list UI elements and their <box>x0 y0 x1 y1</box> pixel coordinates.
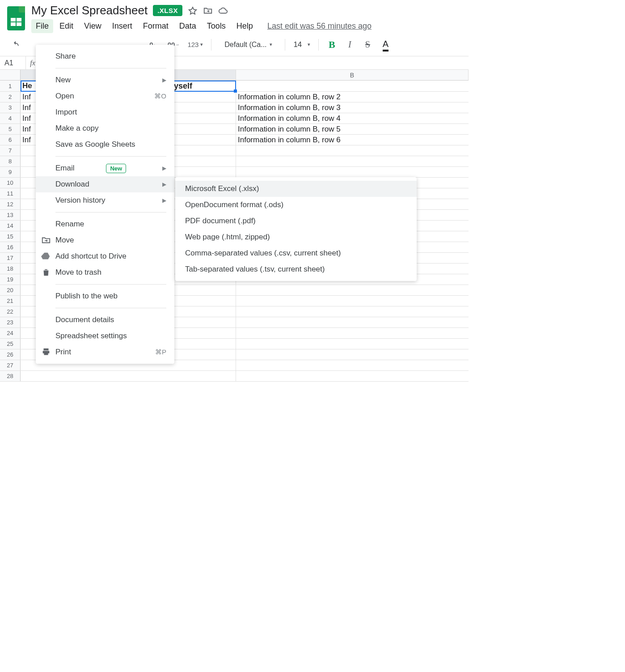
row-header[interactable]: 14 <box>0 221 21 231</box>
row-header[interactable]: 26 <box>0 349 21 360</box>
download-ods[interactable]: OpenDocument format (.ods) <box>175 197 417 213</box>
menu-separator <box>55 308 166 308</box>
file-download[interactable]: Download▶ <box>36 176 174 192</box>
file-print[interactable]: Print⌘P <box>36 344 174 360</box>
row-header[interactable]: 15 <box>0 231 21 242</box>
row-header[interactable]: 5 <box>0 124 21 134</box>
row-header[interactable]: 28 <box>0 371 21 381</box>
italic-button[interactable]: I <box>342 37 357 52</box>
column-header-b[interactable]: B <box>236 70 469 80</box>
font-selector[interactable]: Default (Ca...▾ <box>217 37 279 52</box>
row-header[interactable]: 8 <box>0 156 21 166</box>
file-new[interactable]: New▶ <box>36 72 174 88</box>
cell[interactable] <box>236 156 469 166</box>
cell[interactable]: Information in column B, row 6 <box>236 135 469 145</box>
text-color-button[interactable]: A <box>378 37 393 52</box>
file-share[interactable]: Share <box>36 48 174 64</box>
cell[interactable] <box>236 285 469 295</box>
row-header[interactable]: 10 <box>0 178 21 188</box>
menu-data[interactable]: Data <box>175 19 201 33</box>
cell[interactable] <box>236 349 469 360</box>
row-header[interactable]: 11 <box>0 188 21 199</box>
file-make-copy[interactable]: Make a copy <box>36 120 174 136</box>
file-import[interactable]: Import <box>36 104 174 120</box>
row-header[interactable]: 2 <box>0 92 21 102</box>
file-rename[interactable]: Rename <box>36 216 174 232</box>
row-header[interactable]: 7 <box>0 145 21 156</box>
file-email[interactable]: EmailNew▶ <box>36 160 174 176</box>
file-spreadsheet-settings[interactable]: Spreadsheet settings <box>36 328 174 344</box>
menu-help[interactable]: Help <box>232 19 258 33</box>
file-move[interactable]: Move <box>36 232 174 248</box>
file-open[interactable]: Open⌘O <box>36 88 174 104</box>
row-header[interactable]: 13 <box>0 210 21 220</box>
file-version-history[interactable]: Version history▶ <box>36 192 174 208</box>
file-publish[interactable]: Publish to the web <box>36 288 174 304</box>
cell[interactable] <box>236 360 469 370</box>
menu-view[interactable]: View <box>80 19 106 33</box>
row-header[interactable]: 18 <box>0 264 21 274</box>
cell[interactable] <box>236 167 469 177</box>
download-tsv[interactable]: Tab-separated values (.tsv, current shee… <box>175 261 417 277</box>
cell[interactable]: Information in column B, row 5 <box>236 124 469 134</box>
row-header[interactable]: 9 <box>0 167 21 177</box>
cell[interactable]: Information in column B, row 2 <box>236 92 469 102</box>
menu-tools[interactable]: Tools <box>203 19 230 33</box>
cell[interactable] <box>21 371 236 381</box>
cell[interactable]: Information in column B, row 3 <box>236 102 469 113</box>
row-header[interactable]: 24 <box>0 328 21 338</box>
download-submenu: Microsoft Excel (.xlsx) OpenDocument for… <box>175 177 417 281</box>
download-pdf[interactable]: PDF document (.pdf) <box>175 213 417 229</box>
file-document-details[interactable]: Document details <box>36 312 174 328</box>
cell[interactable] <box>236 306 469 317</box>
strikethrough-button[interactable]: S <box>360 37 375 52</box>
menu-separator <box>55 284 166 285</box>
row-header[interactable]: 19 <box>0 274 21 285</box>
cell[interactable] <box>236 81 469 91</box>
row-header[interactable]: 12 <box>0 199 21 209</box>
download-xlsx[interactable]: Microsoft Excel (.xlsx) <box>175 181 417 197</box>
menu-format[interactable]: Format <box>139 19 173 33</box>
row-header[interactable]: 21 <box>0 296 21 306</box>
download-csv[interactable]: Comma-separated values (.csv, current sh… <box>175 245 417 261</box>
cell[interactable] <box>236 317 469 327</box>
row-header[interactable]: 16 <box>0 242 21 252</box>
submenu-arrow-icon: ▶ <box>162 77 166 83</box>
undo-button[interactable] <box>8 37 23 52</box>
row-header[interactable]: 17 <box>0 253 21 263</box>
cloud-status-icon[interactable] <box>218 6 228 16</box>
star-icon[interactable] <box>188 6 198 16</box>
row-header[interactable]: 1 <box>0 81 21 91</box>
row-header[interactable]: 3 <box>0 102 21 113</box>
select-all-corner[interactable] <box>0 70 21 80</box>
cell[interactable] <box>236 339 469 349</box>
move-folder-icon[interactable] <box>203 6 213 16</box>
row-header[interactable]: 4 <box>0 113 21 123</box>
download-html[interactable]: Web page (.html, zipped) <box>175 229 417 245</box>
font-size-selector[interactable]: 14▾ <box>291 37 313 52</box>
row-header[interactable]: 6 <box>0 135 21 145</box>
bold-button[interactable]: B <box>324 37 339 52</box>
row-header[interactable]: 23 <box>0 317 21 327</box>
titlebar: My Excel Spreadsheet .XLSX <box>31 4 465 17</box>
file-move-to-trash[interactable]: Move to trash <box>36 264 174 281</box>
cell[interactable] <box>236 296 469 306</box>
print-icon <box>41 347 51 357</box>
file-add-shortcut[interactable]: Add shortcut to Drive <box>36 248 174 264</box>
cell[interactable] <box>236 371 469 381</box>
file-save-as-gsheets[interactable]: Save as Google Sheets <box>36 136 174 153</box>
menu-edit[interactable]: Edit <box>55 19 78 33</box>
last-edit-link[interactable]: Last edit was 56 minutes ago <box>267 21 372 31</box>
row-header[interactable]: 20 <box>0 285 21 295</box>
row-header[interactable]: 22 <box>0 306 21 317</box>
row-header[interactable]: 27 <box>0 360 21 370</box>
cell-reference[interactable]: A1 <box>0 56 26 69</box>
menu-insert[interactable]: Insert <box>108 19 137 33</box>
row-header[interactable]: 25 <box>0 339 21 349</box>
cell[interactable] <box>236 328 469 338</box>
more-formats-button[interactable]: 123▾ <box>185 37 206 52</box>
menu-file[interactable]: File <box>31 19 53 33</box>
cell[interactable]: Information in column B, row 4 <box>236 113 469 123</box>
cell[interactable] <box>236 145 469 156</box>
document-title[interactable]: My Excel Spreadsheet <box>31 4 148 17</box>
